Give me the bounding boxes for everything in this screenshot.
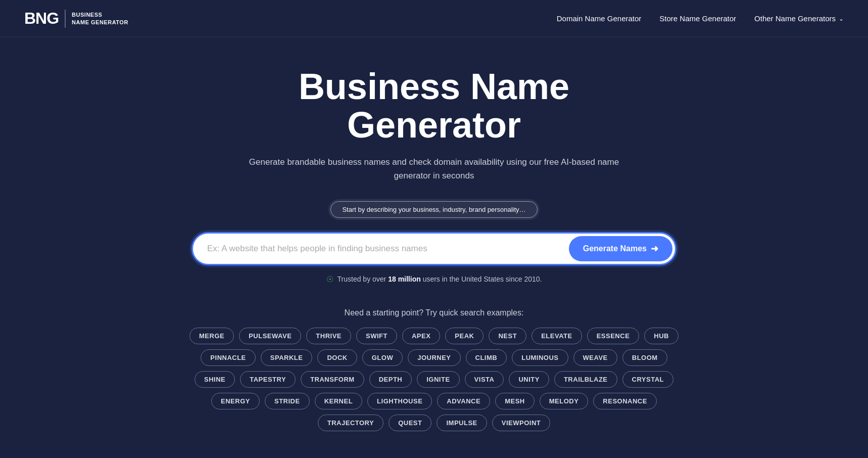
page-title: Business Name Generator xyxy=(207,68,661,144)
tag-pill[interactable]: SWIFT xyxy=(356,328,397,344)
tag-pill[interactable]: DEPTH xyxy=(369,371,412,388)
logo[interactable]: BNG BUSINESS NAME GENERATOR xyxy=(24,9,128,28)
tag-pill[interactable]: ADVANCE xyxy=(437,393,490,409)
tag-pill[interactable]: NEST xyxy=(489,328,526,344)
tag-pill[interactable]: UNITY xyxy=(509,371,549,388)
tag-pill[interactable]: KERNEL xyxy=(315,393,362,409)
trust-line: ☉ Trusted by over 18 million users in th… xyxy=(326,274,542,284)
nav-links: Domain Name Generator Store Name Generat… xyxy=(557,14,844,23)
tag-pill[interactable]: CLIMB xyxy=(466,349,507,366)
nav-domain[interactable]: Domain Name Generator xyxy=(557,14,642,23)
logo-divider xyxy=(65,10,66,28)
tag-pill[interactable]: HUB xyxy=(644,328,679,344)
tag-pill[interactable]: PINNACLE xyxy=(201,349,255,366)
tag-pill[interactable]: THRIVE xyxy=(306,328,351,344)
tag-pill[interactable]: IMPULSE xyxy=(437,415,487,431)
shield-icon: ☉ xyxy=(326,274,333,284)
tag-pill[interactable]: LUMINOUS xyxy=(512,349,568,366)
tag-pill[interactable]: QUEST xyxy=(389,415,431,431)
tag-pill[interactable]: SHINE xyxy=(195,371,235,388)
tag-pill[interactable]: MERGE xyxy=(189,328,234,344)
tag-pill[interactable]: BLOOM xyxy=(622,349,667,366)
tag-pill[interactable]: MESH xyxy=(495,393,535,409)
tag-pill[interactable]: MELODY xyxy=(540,393,589,409)
tag-pill[interactable]: GLOW xyxy=(362,349,403,366)
tag-pill[interactable]: IGNITE xyxy=(417,371,459,388)
tag-pill[interactable]: TAPESTRY xyxy=(240,371,296,388)
tag-pill[interactable]: STRIDE xyxy=(265,393,310,409)
tag-pill[interactable]: TRAILBLAZE xyxy=(554,371,617,388)
chevron-down-icon: ⌄ xyxy=(839,15,844,22)
tag-pill[interactable]: WEAVE xyxy=(573,349,617,366)
tab-describe[interactable]: Start by describing your business, indus… xyxy=(330,201,537,218)
arrow-right-icon: ➜ xyxy=(651,243,658,254)
nav-store[interactable]: Store Name Generator xyxy=(659,14,736,23)
hero-section: Business Name Generator Generate brandab… xyxy=(0,37,868,451)
tag-pill[interactable]: PULSEWAVE xyxy=(239,328,301,344)
search-tabs: Start by describing your business, indus… xyxy=(328,199,539,220)
tag-pill[interactable]: RESONANCE xyxy=(593,393,657,409)
tag-pill[interactable]: APEX xyxy=(402,328,440,344)
tag-pill[interactable]: ENERGY xyxy=(211,393,260,409)
quick-search-section: Need a starting point? Try quick search … xyxy=(181,308,687,431)
logo-text: BUSINESS NAME GENERATOR xyxy=(72,11,128,26)
tag-pill[interactable]: TRAJECTORY xyxy=(318,415,383,431)
nav-other[interactable]: Other Name Generators ⌄ xyxy=(754,14,844,23)
tag-pill[interactable]: JOURNEY xyxy=(408,349,460,366)
tags-container: MERGEPULSEWAVETHRIVESWIFTAPEXPEAKNESTELE… xyxy=(181,328,687,431)
tag-pill[interactable]: TRANSFORM xyxy=(301,371,364,388)
tag-pill[interactable]: VISTA xyxy=(465,371,504,388)
tag-pill[interactable]: LIGHTHOUSE xyxy=(367,393,432,409)
hero-subtitle: Generate brandable business names and ch… xyxy=(242,155,626,182)
tag-pill[interactable]: PEAK xyxy=(445,328,484,344)
tag-pill[interactable]: SPARKLE xyxy=(261,349,313,366)
quick-search-label: Need a starting point? Try quick search … xyxy=(345,308,524,317)
generate-button[interactable]: Generate Names ➜ xyxy=(569,236,672,261)
logo-bng: BNG xyxy=(24,9,59,28)
tag-pill[interactable]: ESSENCE xyxy=(587,328,640,344)
navbar: BNG BUSINESS NAME GENERATOR Domain Name … xyxy=(0,0,868,37)
tag-pill[interactable]: ELEVATE xyxy=(532,328,582,344)
tag-pill[interactable]: DOCK xyxy=(317,349,357,366)
tag-pill[interactable]: VIEWPOINT xyxy=(492,415,550,431)
tag-pill[interactable]: CRYSTAL xyxy=(622,371,673,388)
search-container: Generate Names ➜ xyxy=(191,232,677,265)
